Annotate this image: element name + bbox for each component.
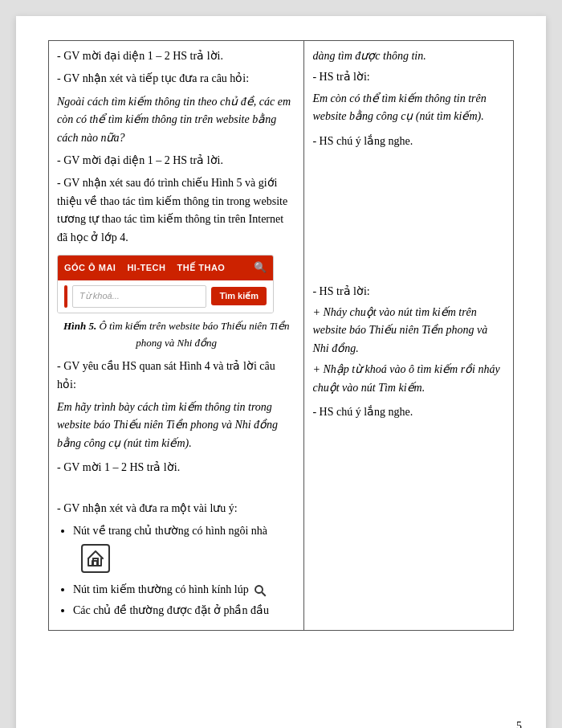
search-placeholder-text: Từ khoá...: [72, 285, 206, 308]
nav-the-thao: THẾ THAO: [177, 261, 226, 276]
left-p7-italic: Em hãy trình bày cách tìm kiếm thông tin…: [57, 399, 295, 452]
bullet-3-text: Các chủ đề thường được đặt ở phần đầu: [73, 604, 269, 616]
search-nav: GÓC Ô MAI HI-TECH THẾ THAO 🔍: [58, 256, 273, 280]
left-p2: - GV nhận xét và tiếp tục đưa ra câu hỏi…: [57, 70, 295, 88]
bullet-1-text: Nút về trang chủ thường có hình ngôi nhà: [73, 525, 267, 537]
bullet-item-2: Nút tìm kiếm thường có hình kính lúp: [73, 581, 295, 599]
right-p2: - HS trả lời:: [312, 68, 505, 86]
right-p7-italic: + Nhập từ khoá vào ô tìm kiếm rồi nháy c…: [312, 361, 505, 397]
left-p6: - GV yêu cầu HS quan sát Hình 4 và trả l…: [57, 358, 295, 394]
right-p4: - HS chú ý lắng nghe.: [312, 133, 505, 150]
page-number: 5: [516, 720, 522, 728]
right-p5: - HS trả lời:: [312, 283, 505, 301]
left-p8: - GV mời 1 – 2 HS trả lời.: [57, 459, 295, 476]
right-p3-italic: Em còn có thể tìm kiếm thông tin trên we…: [312, 90, 505, 126]
bullet-2-text: Nút tìm kiếm thường có hình kính lúp: [73, 583, 249, 595]
right-p1-italic: dàng tìm được thông tin.: [312, 47, 505, 65]
left-p9: - GV nhận xét và đưa ra một vài lưu ý:: [57, 500, 295, 517]
left-p1: - GV mời đại diện 1 – 2 HS trả lời.: [57, 47, 295, 65]
right-p6-italic: + Nháy chuột vào nút tìm kiếm trên websi…: [312, 304, 505, 358]
right-column: dàng tìm được thông tin. - HS trả lời: E…: [304, 41, 514, 631]
search-icon-nav: 🔍: [254, 260, 267, 276]
figure-caption-bold: Hình 5.: [63, 320, 96, 332]
bullet-list: Nút về trang chủ thường có hình ngôi nhà…: [57, 522, 295, 620]
svg-point-1: [255, 586, 263, 593]
figure-caption-text: Ô tìm kiếm trên website báo Thiếu niên T…: [96, 320, 289, 349]
left-column: - GV mời đại diện 1 – 2 HS trả lời. - GV…: [49, 41, 304, 631]
home-icon: [86, 549, 105, 568]
content-table: - GV mời đại diện 1 – 2 HS trả lời. - GV…: [48, 40, 514, 631]
svg-line-2: [262, 592, 266, 596]
bullet-item-1: Nút về trang chủ thường có hình ngôi nhà: [73, 522, 295, 577]
search-button[interactable]: Tìm kiếm: [211, 287, 267, 305]
page: - GV mời đại diện 1 – 2 HS trả lời. - GV…: [16, 16, 546, 728]
nav-goc-o-mai: GÓC Ô MAI: [64, 261, 116, 276]
home-icon-container: [81, 544, 110, 573]
color-bar: [64, 285, 67, 308]
left-p4: - GV mời đại diện 1 – 2 HS trả lời.: [57, 152, 295, 170]
magnifier-icon: [253, 583, 267, 598]
search-widget-body: Từ khoá... Tìm kiếm: [58, 280, 273, 313]
figure-caption: Hình 5. Ô tìm kiếm trên website báo Thiế…: [57, 318, 295, 352]
bullet-item-3: Các chủ đề thường được đặt ở phần đầu: [73, 602, 295, 620]
left-p5: - GV nhận xét sau đó trình chiếu Hình 5 …: [57, 174, 295, 247]
search-widget: GÓC Ô MAI HI-TECH THẾ THAO 🔍 Từ khoá... …: [57, 255, 274, 313]
right-p8: - HS chú ý lắng nghe.: [312, 403, 505, 421]
left-p3-italic: Ngoài cách tìm kiếm thông tin theo chủ đ…: [57, 93, 295, 147]
nav-hi-tech: HI-TECH: [127, 261, 165, 276]
